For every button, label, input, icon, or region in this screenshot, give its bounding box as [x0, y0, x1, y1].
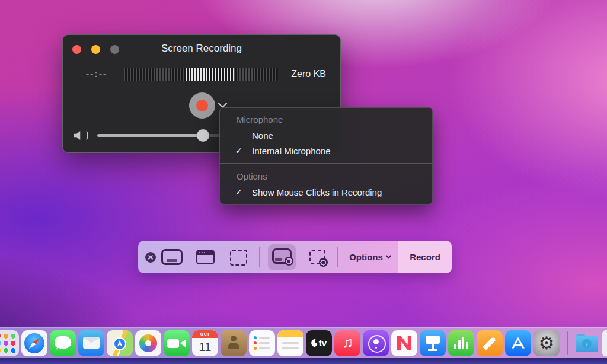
- desktop: Screen Recording --:-- Zero KB Microphon…: [0, 0, 607, 364]
- calendar-day-label: 11: [192, 338, 218, 356]
- dock-icon-appstore[interactable]: [505, 330, 531, 356]
- options-button[interactable]: Options: [344, 241, 396, 273]
- dock-icon-calendar[interactable]: OCT 11: [192, 330, 218, 356]
- dock-icon-facetime[interactable]: [164, 330, 190, 356]
- toolbar-divider: [337, 247, 338, 267]
- dock-icon-launchpad[interactable]: [0, 330, 19, 356]
- dock-icon-news[interactable]: [391, 330, 417, 356]
- chevron-down-icon: [385, 253, 391, 259]
- checkmark-icon: ✓: [235, 146, 252, 155]
- file-size-label: Zero KB: [291, 69, 326, 79]
- record-dot-icon: [319, 258, 328, 267]
- audio-level-active: [186, 68, 234, 81]
- dock-icon-contacts[interactable]: [221, 330, 247, 356]
- recording-timer: --:--: [74, 69, 120, 79]
- dock-icon-podcasts[interactable]: [363, 330, 389, 356]
- menu-divider: [220, 163, 432, 164]
- wallpaper-bottom-band: [0, 358, 607, 364]
- dock: OCT 11 tv ♫ ⚙ ↓: [0, 327, 607, 358]
- dock-icon-notes[interactable]: [277, 330, 304, 356]
- capture-selected-window-icon[interactable]: [196, 250, 215, 264]
- capture-entire-screen-icon[interactable]: [161, 249, 183, 265]
- music-note-icon: ♫: [342, 335, 353, 350]
- dock-icon-appletv[interactable]: tv: [306, 330, 332, 356]
- dock-icon-safari[interactable]: [21, 330, 47, 356]
- dock-icon-system-preferences[interactable]: ⚙: [533, 330, 560, 356]
- dock-icon-mail[interactable]: [78, 330, 104, 356]
- record-button-label: Record: [410, 252, 440, 262]
- menu-item-label: Internal Microphone: [252, 146, 331, 156]
- record-button[interactable]: [189, 92, 215, 119]
- screenshot-toolbar: Options Record: [138, 241, 452, 273]
- dock-icon-downloads[interactable]: ↓: [574, 330, 600, 356]
- menu-section-header-microphone: Microphone: [220, 112, 432, 127]
- recording-options-menu: Microphone None ✓ Internal Microphone Op…: [219, 107, 433, 205]
- dock-icon-trash[interactable]: [602, 330, 607, 356]
- gear-icon: ⚙: [533, 330, 560, 356]
- toolbar-divider: [259, 247, 260, 267]
- dock-icon-photos[interactable]: [135, 330, 161, 356]
- speaker-wave-icon: [84, 131, 88, 140]
- dock-icon-reminders[interactable]: [249, 330, 275, 356]
- calendar-month-label: OCT: [192, 330, 218, 338]
- dock-icon-pages[interactable]: [477, 330, 503, 356]
- dock-icon-keynote[interactable]: [420, 330, 446, 356]
- close-icon[interactable]: [145, 252, 156, 263]
- speaker-icon: [74, 131, 82, 140]
- menu-item-label: None: [252, 130, 273, 141]
- dock-divider: [567, 331, 568, 355]
- download-arrow-icon: ↓: [582, 339, 592, 349]
- window-title: Screen Recording: [63, 43, 340, 55]
- menu-item-none[interactable]: None: [220, 127, 432, 143]
- checkmark-icon: ✓: [235, 187, 252, 197]
- menu-section-header-options: Options: [220, 169, 432, 184]
- volume-slider-knob[interactable]: [197, 129, 209, 142]
- chevron-down-icon[interactable]: [218, 99, 228, 108]
- options-button-label: Options: [349, 252, 383, 262]
- record-toolbar-button[interactable]: Record: [398, 241, 452, 273]
- menu-item-label: Show Mouse Clicks in Recording: [252, 187, 382, 197]
- dock-icon-music[interactable]: ♫: [334, 330, 360, 356]
- dock-icon-numbers[interactable]: [448, 330, 474, 356]
- dock-icon-maps[interactable]: [107, 330, 133, 356]
- dock-icon-messages[interactable]: [50, 330, 76, 356]
- audio-level-meter: [124, 68, 278, 81]
- capture-selected-portion-icon[interactable]: [230, 250, 247, 266]
- record-entire-screen-icon[interactable]: [272, 248, 292, 264]
- menu-item-internal-microphone[interactable]: ✓ Internal Microphone: [220, 143, 432, 158]
- record-selected-portion-icon[interactable]: [309, 250, 325, 264]
- menu-item-show-mouse-clicks[interactable]: ✓ Show Mouse Clicks in Recording: [220, 184, 432, 200]
- record-dot-icon: [285, 257, 293, 266]
- appletv-label: tv: [319, 338, 327, 348]
